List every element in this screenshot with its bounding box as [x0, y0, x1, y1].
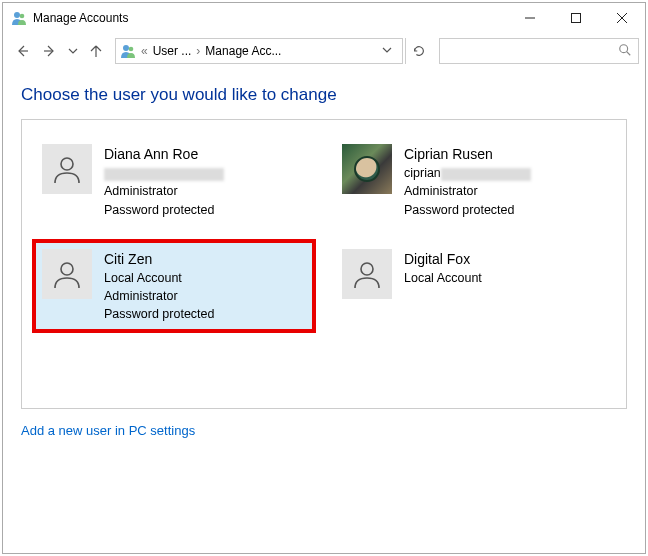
- user-accounts-icon: [11, 10, 27, 26]
- add-user-link[interactable]: Add a new user in PC settings: [21, 423, 195, 438]
- window-title: Manage Accounts: [33, 11, 507, 25]
- account-tile-selected[interactable]: Citi Zen Local Account Administrator Pas…: [32, 239, 316, 334]
- minimize-button[interactable]: [507, 3, 553, 33]
- account-tile[interactable]: Diana Ann Roe Administrator Password pro…: [32, 134, 316, 229]
- address-bar[interactable]: « User ... › Manage Acc...: [115, 38, 403, 64]
- account-role: Administrator: [104, 287, 214, 305]
- svg-line-11: [627, 51, 631, 55]
- titlebar: Manage Accounts: [3, 3, 645, 33]
- page-heading: Choose the user you would like to change: [21, 85, 627, 105]
- forward-button[interactable]: [37, 38, 63, 64]
- avatar: [42, 249, 92, 299]
- maximize-button[interactable]: [553, 3, 599, 33]
- account-protection: Password protected: [404, 201, 531, 219]
- svg-point-0: [14, 12, 20, 18]
- account-tile[interactable]: Digital Fox Local Account: [332, 239, 616, 334]
- user-accounts-icon: [118, 41, 138, 61]
- breadcrumb-segment[interactable]: User ...: [149, 44, 196, 58]
- avatar: [342, 249, 392, 299]
- account-role: Administrator: [404, 182, 531, 200]
- account-name: Citi Zen: [104, 249, 214, 269]
- up-button[interactable]: [83, 38, 109, 64]
- account-name: Digital Fox: [404, 249, 482, 269]
- svg-point-10: [620, 44, 628, 52]
- account-type: Local Account: [404, 269, 482, 287]
- account-protection: Password protected: [104, 305, 214, 323]
- breadcrumb-separator: «: [140, 44, 149, 58]
- svg-point-9: [129, 47, 134, 52]
- content-area: Choose the user you would like to change…: [3, 69, 645, 448]
- account-email-redacted: ciprian: [404, 164, 531, 182]
- close-button[interactable]: [599, 3, 645, 33]
- avatar-photo: [342, 144, 392, 194]
- account-type: Local Account: [104, 269, 214, 287]
- account-info: Digital Fox Local Account: [404, 249, 482, 287]
- account-protection: Password protected: [104, 201, 224, 219]
- svg-rect-3: [572, 14, 581, 23]
- navigation-bar: « User ... › Manage Acc...: [3, 33, 645, 69]
- account-info: Diana Ann Roe Administrator Password pro…: [104, 144, 224, 219]
- accounts-list: Diana Ann Roe Administrator Password pro…: [21, 119, 627, 409]
- avatar: [42, 144, 92, 194]
- account-info: Citi Zen Local Account Administrator Pas…: [104, 249, 214, 324]
- svg-point-13: [61, 263, 73, 275]
- account-tile[interactable]: Ciprian Rusen ciprian Administrator Pass…: [332, 134, 616, 229]
- search-icon: [618, 43, 632, 60]
- search-input[interactable]: [439, 38, 639, 64]
- breadcrumb-segment[interactable]: Manage Acc...: [201, 44, 285, 58]
- account-email-redacted: [104, 164, 224, 182]
- account-info: Ciprian Rusen ciprian Administrator Pass…: [404, 144, 531, 219]
- svg-point-12: [61, 158, 73, 170]
- svg-point-14: [361, 263, 373, 275]
- svg-point-8: [123, 45, 129, 51]
- account-name: Diana Ann Roe: [104, 144, 224, 164]
- recent-locations-button[interactable]: [65, 38, 81, 64]
- svg-point-1: [20, 14, 25, 19]
- account-name: Ciprian Rusen: [404, 144, 531, 164]
- refresh-button[interactable]: [405, 38, 431, 64]
- account-role: Administrator: [104, 182, 224, 200]
- chevron-down-icon[interactable]: [374, 44, 400, 58]
- window: Manage Accounts: [2, 2, 646, 554]
- back-button[interactable]: [9, 38, 35, 64]
